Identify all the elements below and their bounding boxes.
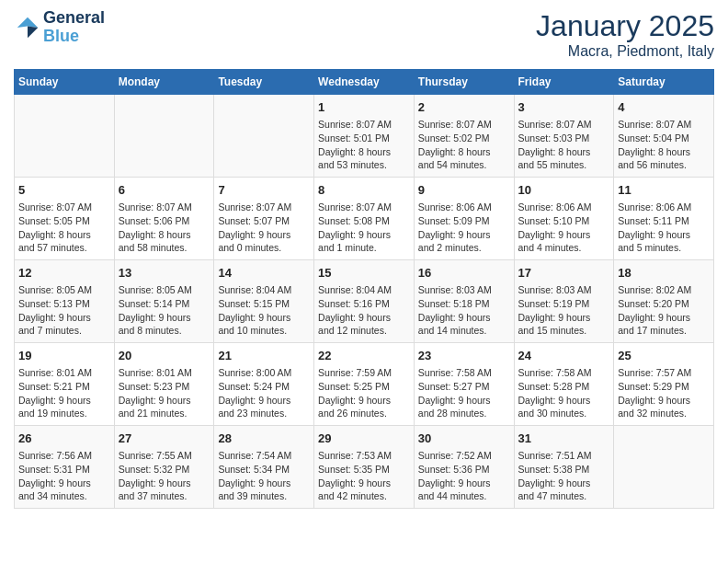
day-content: Sunrise: 8:07 AM Sunset: 5:08 PM Dayligh… — [318, 201, 410, 255]
day-number: 21 — [218, 348, 310, 364]
calendar-cell: 28Sunrise: 7:54 AM Sunset: 5:34 PM Dayli… — [214, 426, 314, 509]
calendar-cell: 7Sunrise: 8:07 AM Sunset: 5:07 PM Daylig… — [214, 178, 314, 260]
day-content: Sunrise: 8:04 AM Sunset: 5:15 PM Dayligh… — [218, 283, 310, 338]
col-header-saturday: Saturday — [614, 70, 714, 95]
day-number: 15 — [318, 265, 410, 282]
day-content: Sunrise: 7:57 AM Sunset: 5:29 PM Dayligh… — [618, 366, 710, 420]
title-block: January 2025 Macra, Piedmont, Italy — [536, 9, 714, 60]
day-number: 6 — [119, 182, 210, 199]
day-content: Sunrise: 8:02 AM Sunset: 5:20 PM Dayligh… — [618, 283, 710, 338]
week-row-3: 12Sunrise: 8:05 AM Sunset: 5:13 PM Dayli… — [15, 260, 714, 343]
calendar-cell — [214, 95, 314, 178]
calendar-cell: 30Sunrise: 7:52 AM Sunset: 5:36 PM Dayli… — [414, 426, 514, 509]
calendar-cell: 25Sunrise: 7:57 AM Sunset: 5:29 PM Dayli… — [614, 343, 714, 426]
day-number: 5 — [18, 182, 110, 199]
day-content: Sunrise: 8:07 AM Sunset: 5:04 PM Dayligh… — [618, 118, 710, 172]
calendar-cell: 6Sunrise: 8:07 AM Sunset: 5:06 PM Daylig… — [114, 178, 214, 260]
day-number: 12 — [18, 265, 110, 282]
month-title: January 2025 — [536, 9, 714, 43]
day-content: Sunrise: 8:04 AM Sunset: 5:16 PM Dayligh… — [318, 283, 410, 338]
col-header-monday: Monday — [114, 70, 214, 95]
day-content: Sunrise: 8:01 AM Sunset: 5:21 PM Dayligh… — [18, 366, 110, 420]
calendar-cell: 1Sunrise: 8:07 AM Sunset: 5:01 PM Daylig… — [314, 95, 415, 178]
day-number: 13 — [119, 265, 210, 282]
calendar-cell: 10Sunrise: 8:06 AM Sunset: 5:10 PM Dayli… — [514, 178, 614, 260]
calendar-cell: 11Sunrise: 8:06 AM Sunset: 5:11 PM Dayli… — [614, 178, 714, 260]
day-number: 22 — [318, 348, 410, 364]
day-content: Sunrise: 8:07 AM Sunset: 5:03 PM Dayligh… — [518, 118, 610, 172]
day-content: Sunrise: 7:52 AM Sunset: 5:36 PM Dayligh… — [418, 449, 510, 503]
calendar-cell: 24Sunrise: 7:58 AM Sunset: 5:28 PM Dayli… — [514, 343, 614, 426]
day-content: Sunrise: 8:07 AM Sunset: 5:05 PM Dayligh… — [18, 201, 110, 255]
calendar-cell: 19Sunrise: 8:01 AM Sunset: 5:21 PM Dayli… — [15, 343, 115, 426]
calendar-cell: 4Sunrise: 8:07 AM Sunset: 5:04 PM Daylig… — [614, 95, 714, 178]
week-row-2: 5Sunrise: 8:07 AM Sunset: 5:05 PM Daylig… — [15, 178, 714, 260]
calendar-header-row: SundayMondayTuesdayWednesdayThursdayFrid… — [15, 70, 714, 95]
calendar-cell: 18Sunrise: 8:02 AM Sunset: 5:20 PM Dayli… — [614, 260, 714, 343]
day-number: 10 — [518, 182, 610, 199]
calendar-cell: 29Sunrise: 7:53 AM Sunset: 5:35 PM Dayli… — [314, 426, 415, 509]
calendar-cell: 27Sunrise: 7:55 AM Sunset: 5:32 PM Dayli… — [114, 426, 214, 509]
day-number: 11 — [618, 182, 710, 199]
col-header-tuesday: Tuesday — [214, 70, 314, 95]
day-number: 26 — [18, 431, 110, 447]
col-header-thursday: Thursday — [414, 70, 514, 95]
calendar-cell: 9Sunrise: 8:06 AM Sunset: 5:09 PM Daylig… — [414, 178, 514, 260]
day-number: 30 — [418, 431, 510, 447]
col-header-wednesday: Wednesday — [314, 70, 415, 95]
day-content: Sunrise: 8:03 AM Sunset: 5:18 PM Dayligh… — [418, 283, 510, 338]
day-content: Sunrise: 8:06 AM Sunset: 5:10 PM Dayligh… — [518, 201, 610, 255]
day-number: 31 — [518, 431, 610, 447]
day-number: 9 — [418, 182, 510, 199]
calendar-cell — [15, 95, 115, 178]
day-content: Sunrise: 7:56 AM Sunset: 5:31 PM Dayligh… — [18, 449, 110, 503]
day-content: Sunrise: 8:06 AM Sunset: 5:11 PM Dayligh… — [618, 201, 710, 255]
day-number: 3 — [518, 99, 610, 116]
calendar-cell: 8Sunrise: 8:07 AM Sunset: 5:08 PM Daylig… — [314, 178, 415, 260]
day-number: 19 — [18, 348, 110, 364]
day-content: Sunrise: 8:07 AM Sunset: 5:01 PM Dayligh… — [318, 118, 410, 172]
day-number: 4 — [618, 99, 710, 116]
col-header-sunday: Sunday — [15, 70, 115, 95]
day-number: 14 — [218, 265, 310, 282]
calendar-cell: 14Sunrise: 8:04 AM Sunset: 5:15 PM Dayli… — [214, 260, 314, 343]
day-number: 29 — [318, 431, 410, 447]
calendar-cell: 20Sunrise: 8:01 AM Sunset: 5:23 PM Dayli… — [114, 343, 214, 426]
page-container: General Blue January 2025 Macra, Piedmon… — [0, 0, 728, 518]
day-content: Sunrise: 7:51 AM Sunset: 5:38 PM Dayligh… — [518, 449, 610, 503]
day-content: Sunrise: 7:55 AM Sunset: 5:32 PM Dayligh… — [119, 449, 210, 503]
logo-text: General Blue — [43, 9, 105, 46]
week-row-4: 19Sunrise: 8:01 AM Sunset: 5:21 PM Dayli… — [15, 343, 714, 426]
logo: General Blue — [14, 9, 105, 46]
day-content: Sunrise: 7:58 AM Sunset: 5:28 PM Dayligh… — [518, 366, 610, 420]
calendar-cell: 22Sunrise: 7:59 AM Sunset: 5:25 PM Dayli… — [314, 343, 415, 426]
day-content: Sunrise: 8:07 AM Sunset: 5:06 PM Dayligh… — [119, 201, 210, 255]
day-content: Sunrise: 8:06 AM Sunset: 5:09 PM Dayligh… — [418, 201, 510, 255]
calendar-cell: 3Sunrise: 8:07 AM Sunset: 5:03 PM Daylig… — [514, 95, 614, 178]
day-content: Sunrise: 7:54 AM Sunset: 5:34 PM Dayligh… — [218, 449, 310, 503]
day-number: 27 — [119, 431, 210, 447]
calendar-cell: 13Sunrise: 8:05 AM Sunset: 5:14 PM Dayli… — [114, 260, 214, 343]
calendar-cell — [614, 426, 714, 509]
logo-icon — [14, 14, 41, 41]
day-number: 25 — [618, 348, 710, 364]
day-content: Sunrise: 8:07 AM Sunset: 5:07 PM Dayligh… — [218, 201, 310, 255]
day-number: 20 — [119, 348, 210, 364]
header: General Blue January 2025 Macra, Piedmon… — [14, 9, 714, 60]
day-content: Sunrise: 8:03 AM Sunset: 5:19 PM Dayligh… — [518, 283, 610, 338]
day-number: 24 — [518, 348, 610, 364]
calendar-cell: 21Sunrise: 8:00 AM Sunset: 5:24 PM Dayli… — [214, 343, 314, 426]
day-number: 28 — [218, 431, 310, 447]
day-content: Sunrise: 7:53 AM Sunset: 5:35 PM Dayligh… — [318, 449, 410, 503]
day-number: 18 — [618, 265, 710, 282]
col-header-friday: Friday — [514, 70, 614, 95]
calendar-cell — [114, 95, 214, 178]
day-content: Sunrise: 8:05 AM Sunset: 5:14 PM Dayligh… — [119, 283, 210, 338]
day-number: 8 — [318, 182, 410, 199]
calendar-cell: 12Sunrise: 8:05 AM Sunset: 5:13 PM Dayli… — [15, 260, 115, 343]
svg-marker-0 — [17, 17, 39, 28]
calendar-table: SundayMondayTuesdayWednesdayThursdayFrid… — [14, 69, 714, 509]
calendar-cell: 31Sunrise: 7:51 AM Sunset: 5:38 PM Dayli… — [514, 426, 614, 509]
day-number: 2 — [418, 99, 510, 116]
day-number: 17 — [518, 265, 610, 282]
